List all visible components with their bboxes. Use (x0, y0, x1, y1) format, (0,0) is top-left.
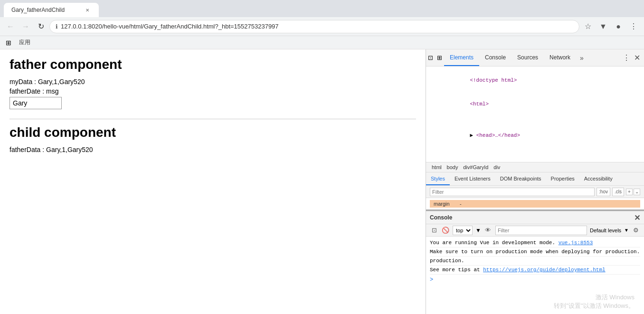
back-button[interactable]: ← (4, 20, 17, 33)
html-line[interactable]: <html> (426, 92, 644, 116)
console-message-text-1: Make sure to turn on production mode whe… (430, 249, 640, 255)
console-gear-button[interactable]: ⚙ (632, 226, 640, 235)
console-prompt[interactable]: > (430, 276, 640, 283)
styles-tab-accessibility[interactable]: Accessibility (579, 172, 617, 185)
browser-toolbar: ← → ↻ ℹ ☆ ▼ ● ⋮ (0, 17, 644, 36)
console-message-link-2[interactable]: https://vuejs.org/guide/deployment.html (483, 267, 605, 273)
console-clear-button[interactable]: 🚫 (441, 226, 450, 235)
console-message-0: You are running Vue in development mode.… (430, 238, 640, 247)
child-father-data: fatherData : Gary,1,Gary520 (9, 146, 416, 153)
devtools-more-tabs[interactable]: » (576, 49, 587, 66)
menu-icon: ⋮ (630, 22, 637, 31)
console-output: You are running Vue in development mode.… (426, 237, 644, 314)
styles-tab-dom-breakpoints[interactable]: DOM Breakpoints (495, 172, 546, 185)
console-eye-button[interactable]: 👁 (484, 226, 492, 235)
console-message-1: Make sure to turn on production mode whe… (430, 247, 640, 257)
reload-button[interactable]: ↻ (34, 20, 47, 33)
console-filter-input[interactable] (495, 226, 587, 235)
cls-button[interactable]: .cls (612, 188, 624, 196)
console-message-text-2: production. (430, 258, 464, 264)
html-line[interactable]: ▼ <body> (426, 147, 644, 162)
console-dock-button[interactable]: ⊡ (430, 226, 438, 235)
browser-window: Gary_fatherAndChild ✕ ← → ↻ ℹ ☆ ▼ ● (0, 0, 644, 314)
profile-icon: ● (616, 22, 621, 31)
hov-button[interactable]: :hov (597, 188, 610, 196)
console-message-text: You are running Vue in development mode. (430, 240, 555, 246)
styles-filter-bar: :hov .cls + ⌄ (426, 186, 644, 198)
extensions-icon: ▼ (599, 22, 607, 31)
father-my-data: myData : Gary,1,Gary520 (9, 78, 416, 86)
menu-button[interactable]: ⋮ (627, 20, 640, 33)
tab-sources[interactable]: Sources (511, 49, 544, 66)
devtools-close-icon[interactable]: ✕ (634, 53, 640, 62)
browser-tab[interactable]: Gary_fatherAndChild ✕ (4, 3, 99, 17)
styles-tab-properties[interactable]: Properties (546, 172, 579, 185)
console-caret-icon: > (430, 276, 433, 283)
margin-dash: - (460, 201, 462, 207)
extensions-button[interactable]: ▼ (597, 20, 610, 33)
console-dock-icon: ⊡ (432, 227, 437, 234)
devtools-bottom: Console ✕ ⊡ 🚫 top ▼ 👁 (426, 209, 644, 314)
devtools-settings-close: ⋮ ✕ (619, 49, 644, 66)
console-clear-icon: 🚫 (442, 227, 449, 234)
father-date-data: fatherDate : msg (9, 87, 416, 95)
device-icon: ⊞ (437, 54, 442, 61)
tab-close-button[interactable]: ✕ (84, 6, 91, 14)
devtools-dock-button[interactable]: ⊡ (426, 49, 435, 66)
forward-icon: → (22, 22, 29, 31)
devtools-device-button[interactable]: ⊞ (435, 49, 444, 66)
margin-box: margin - (430, 200, 640, 208)
devtools-panel: ⊡ ⊞ Elements Console Sources Network » ⋮… (426, 49, 644, 314)
profile-button[interactable]: ● (612, 20, 625, 33)
bookmark-button[interactable]: ☆ (581, 20, 595, 33)
forward-button[interactable]: → (19, 20, 32, 33)
styles-tab-event-listeners[interactable]: Event Listeners (450, 172, 495, 185)
toolbar-right: ☆ ▼ ● ⋮ (581, 20, 640, 33)
breadcrumb-body[interactable]: body (445, 164, 460, 170)
styles-arrow-down[interactable]: ⌄ (634, 189, 640, 195)
address-bar-container[interactable]: ℹ (49, 20, 579, 33)
console-context-select[interactable]: top (453, 226, 473, 235)
styles-arrow-buttons: + ⌄ (626, 189, 640, 195)
devtools-top: ⊡ ⊞ Elements Console Sources Network » ⋮… (426, 49, 644, 209)
styles-content: margin - (426, 198, 644, 209)
page-content: father component myData : Gary,1,Gary520… (0, 49, 426, 314)
console-message-link-0[interactable]: vue.js:8553 (559, 240, 593, 246)
breadcrumb-div-gary[interactable]: div#GaryId (461, 164, 490, 170)
breadcrumb-html[interactable]: html (430, 164, 444, 170)
styles-tabs: Styles Event Listeners DOM Breakpoints P… (426, 172, 644, 186)
tab-title: Gary_fatherAndChild (11, 7, 81, 13)
tab-network[interactable]: Network (544, 49, 576, 66)
devtools-menu-icon[interactable]: ⋮ (623, 53, 630, 62)
console-toolbar: ⊡ 🚫 top ▼ 👁 Default levels ▼ (426, 224, 644, 237)
breadcrumb-div[interactable]: div (492, 164, 502, 170)
devtools-tabs: ⊡ ⊞ Elements Console Sources Network » ⋮… (426, 49, 644, 67)
father-component-title: father component (9, 57, 416, 72)
eye-icon: 👁 (485, 227, 491, 234)
margin-value (451, 201, 458, 207)
styles-arrow-up[interactable]: + (626, 189, 633, 195)
section-divider (9, 119, 416, 119)
address-bar-input[interactable] (61, 23, 573, 30)
father-input[interactable] (9, 97, 62, 109)
console-title: Console (430, 214, 452, 221)
console-panel-header: Console ✕ (426, 211, 644, 224)
styles-tab-styles[interactable]: Styles (426, 172, 450, 185)
tab-bar: Gary_fatherAndChild ✕ (0, 0, 644, 17)
gear-icon: ⚙ (633, 227, 639, 234)
lock-icon: ℹ (56, 23, 58, 30)
html-line[interactable]: ▶ <head>…</head> (426, 116, 644, 147)
bookmarks-bar-apps[interactable]: 应用 (15, 38, 34, 48)
html-line[interactable]: <!doctype html> (426, 68, 644, 92)
tab-console[interactable]: Console (479, 49, 511, 66)
main-area: father component myData : Gary,1,Gary520… (0, 49, 644, 314)
console-message-text-3: See more tips at (430, 267, 483, 273)
elements-scroll-area[interactable]: <!doctype html> <html> ▶ <head>…</head> … (426, 67, 644, 162)
console-message-2: production. (430, 257, 640, 266)
console-message-3: See more tips at https://vuejs.org/guide… (430, 266, 640, 275)
breadcrumb-bar: html body div#GaryId div (426, 162, 644, 172)
console-close-button[interactable]: ✕ (634, 213, 640, 222)
tab-elements[interactable]: Elements (444, 49, 479, 66)
reload-icon: ↻ (38, 22, 44, 31)
styles-filter-input[interactable] (430, 188, 595, 196)
